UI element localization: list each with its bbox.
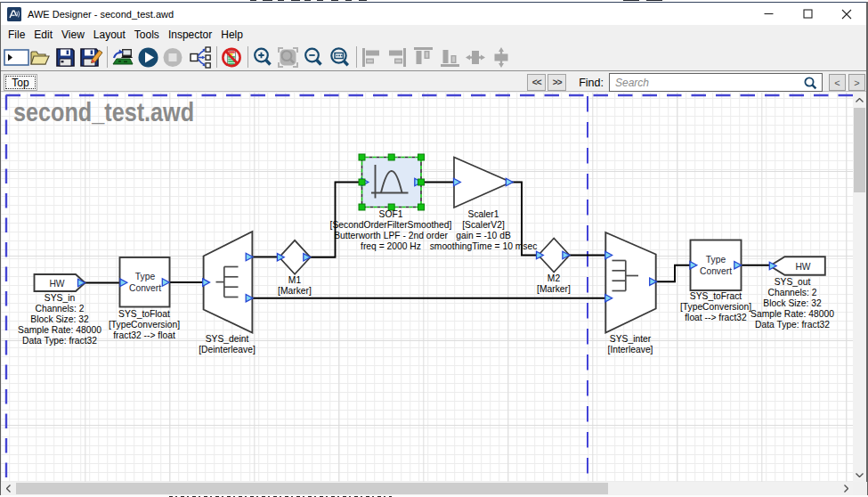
- tab-top[interactable]: Top: [4, 74, 37, 91]
- node-label-line: M1: [278, 275, 312, 286]
- stop-button[interactable]: [163, 46, 183, 72]
- menu-view[interactable]: View: [57, 26, 89, 44]
- sys-tofloat-labels: SYS_toFloat [TypeConversion] fract32 -->…: [109, 309, 180, 341]
- node-sys-deint[interactable]: [204, 232, 253, 333]
- find-bar: << >> Find: < >: [525, 73, 865, 92]
- align-bottom-button[interactable]: [440, 46, 460, 72]
- tab-scroll-left-button[interactable]: <<: [527, 74, 546, 91]
- node-label-line: [TypeConversion]: [680, 302, 751, 313]
- sys-deint-labels: SYS_deint [Deinterleave]: [199, 334, 256, 355]
- zoom-in-button[interactable]: [253, 46, 272, 72]
- toolbar-separator: [247, 46, 248, 68]
- scroll-up-button[interactable]: [853, 93, 866, 107]
- node-sys-inter[interactable]: [605, 232, 655, 333]
- save-as-icon: [79, 46, 104, 69]
- align-left-icon: [361, 46, 380, 69]
- play-icon: [138, 46, 158, 69]
- play-button[interactable]: [138, 46, 158, 72]
- node-scaler1[interactable]: [454, 158, 511, 208]
- zoom-out-button[interactable]: [304, 46, 323, 72]
- open-icon: [29, 46, 51, 69]
- save-button[interactable]: [55, 46, 76, 72]
- node-label-line: [Marker]: [278, 286, 312, 297]
- build-and-run-icon: [112, 46, 134, 69]
- search-icon[interactable]: [803, 76, 818, 91]
- close-button[interactable]: [827, 3, 866, 25]
- node-label-line: Block Size: 32: [18, 314, 101, 325]
- distribute-horizontal-icon: [465, 46, 486, 69]
- stop-icon: [163, 46, 183, 69]
- sys-out-block-text: HW: [795, 260, 810, 272]
- node-label-line: M2: [537, 273, 571, 284]
- new-layout-button[interactable]: [4, 46, 30, 72]
- disable-profiling-button[interactable]: [222, 46, 241, 72]
- node-label-line: [Deinterleave]: [199, 345, 256, 355]
- window-title: AWE Designer - second_test.awd: [28, 9, 174, 20]
- open-button[interactable]: [29, 46, 51, 72]
- node-label-line: SYS_out: [750, 277, 834, 288]
- zoom-fit-button[interactable]: [277, 46, 299, 72]
- zoom-fit-icon: [277, 46, 299, 69]
- toolbar-separator: [356, 46, 357, 68]
- menu-tools[interactable]: Tools: [130, 26, 164, 44]
- menu-edit[interactable]: Edit: [29, 26, 57, 44]
- sys-out-labels: SYS_out Channels: 2 Block Size: 32 Sampl…: [750, 277, 834, 330]
- node-label-line: Block Size: 32: [750, 298, 834, 309]
- zoom-in-icon: [253, 46, 272, 69]
- menu-help[interactable]: Help: [216, 26, 247, 44]
- align-top-button[interactable]: [413, 46, 434, 72]
- node-label-line: Data Type: fract32: [750, 320, 834, 330]
- new-layout-icon: [4, 46, 30, 69]
- vertical-scrollbar[interactable]: [853, 93, 866, 482]
- sys-in-block-text: HW: [49, 278, 64, 289]
- sys-tofloat-block-text: Type Convert: [129, 271, 161, 294]
- vertical-scroll-thumb[interactable]: [854, 108, 865, 192]
- node-label-line: [TypeConversion]: [109, 320, 180, 330]
- scroll-left-button[interactable]: [1, 482, 15, 495]
- make-layout-button[interactable]: [190, 46, 211, 72]
- align-right-button[interactable]: [388, 46, 407, 72]
- node-label-line: [Interleave]: [608, 345, 653, 355]
- distribute-horizontal-button[interactable]: [465, 46, 486, 72]
- build-and-run-button[interactable]: [112, 46, 134, 72]
- minimize-button[interactable]: [749, 3, 788, 25]
- distribute-vertical-icon: [491, 46, 512, 69]
- node-label-line: float --> fract32: [680, 313, 751, 323]
- node-label-line: gain = -10 dB: [430, 231, 538, 241]
- distribute-vertical-button[interactable]: [491, 46, 512, 72]
- minimize-icon: [764, 9, 774, 19]
- align-top-icon: [413, 46, 434, 69]
- search-box: [609, 73, 823, 92]
- scroll-right-button[interactable]: [839, 482, 853, 495]
- horizontal-scrollbar[interactable]: [1, 482, 853, 495]
- scroll-up-icon: [856, 98, 864, 102]
- node-label-line: Channels: 2: [750, 288, 834, 298]
- search-input[interactable]: [615, 75, 793, 90]
- node-label-line: Sample Rate: 48000: [18, 325, 101, 336]
- menu-inspector[interactable]: Inspector: [164, 26, 216, 44]
- menu-layout[interactable]: Layout: [89, 26, 130, 44]
- horizontal-scroll-thumb[interactable]: [16, 483, 608, 494]
- align-bottom-icon: [440, 46, 460, 69]
- node-label-line: SYS_inter: [608, 334, 653, 345]
- save-as-button[interactable]: [79, 46, 104, 72]
- node-label-line: Scaler1: [430, 209, 538, 220]
- maximize-button[interactable]: [788, 3, 827, 25]
- tab-strip: Top << >> Find: < >: [1, 70, 866, 92]
- sys-in-labels: SYS_in Channels: 2 Block Size: 32 Sample…: [18, 293, 101, 346]
- zoom-region-button[interactable]: [329, 46, 350, 72]
- node-sof1[interactable]: [362, 158, 422, 208]
- menu-file[interactable]: File: [4, 26, 29, 44]
- find-next-button[interactable]: >: [848, 74, 865, 91]
- app-icon: [7, 7, 21, 21]
- zoom-out-icon: [304, 46, 323, 69]
- sys-tofract-block-text: Type Convert: [700, 254, 732, 277]
- m2-labels: M2 [Marker]: [537, 273, 571, 295]
- tab-scroll-right-button[interactable]: >>: [548, 74, 566, 91]
- zoom-region-icon: [329, 46, 350, 69]
- find-previous-button[interactable]: <: [829, 74, 846, 91]
- layout-canvas[interactable]: second_test.awd: [1, 93, 853, 482]
- align-left-button[interactable]: [361, 46, 380, 72]
- maximize-icon: [803, 9, 813, 19]
- scroll-down-button[interactable]: [853, 468, 866, 482]
